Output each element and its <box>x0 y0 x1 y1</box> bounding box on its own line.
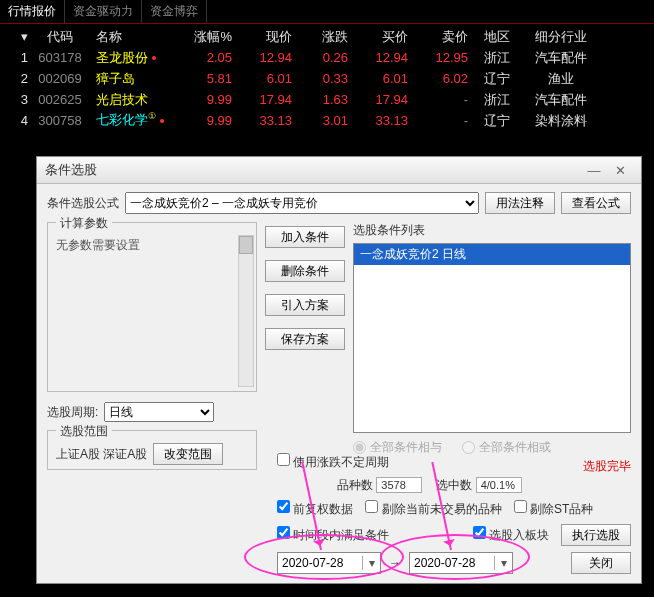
chk-forward-adjust[interactable]: 前复权数据 <box>277 500 353 518</box>
condition-listbox[interactable]: 一念成妖竞价2 日线 <box>353 243 631 433</box>
run-button[interactable]: 执行选股 <box>561 524 631 546</box>
chk-variable-period[interactable]: 使用涨跌不定周期 <box>277 453 389 471</box>
range-fieldset: 选股范围 上证A股 深证A股 改变范围 <box>47 430 257 470</box>
close-icon[interactable]: ✕ <box>607 163 633 178</box>
date-to-input[interactable] <box>410 556 494 570</box>
dialog-title: 条件选股 <box>45 161 97 179</box>
date-from-input[interactable] <box>278 556 362 570</box>
delete-condition-button[interactable]: 删除条件 <box>265 260 345 282</box>
chk-remove-st[interactable]: 剔除ST品种 <box>514 500 594 518</box>
selected-count: 4/0.1% <box>476 477 522 493</box>
view-formula-button[interactable]: 查看公式 <box>561 192 631 214</box>
calc-params-fieldset: 计算参数 无参数需要设置 <box>47 222 257 392</box>
chk-remove-nontrading[interactable]: 剔除当前未交易的品种 <box>365 500 501 518</box>
date-from-picker[interactable]: ▾ <box>277 552 381 574</box>
usage-button[interactable]: 用法注释 <box>485 192 555 214</box>
table-row[interactable]: 4300758七彩化学①9.9933.133.0133.13-辽宁染料涂料 <box>0 110 654 131</box>
change-range-button[interactable]: 改变范围 <box>153 443 223 465</box>
condition-picker-dialog: 条件选股 — ✕ 条件选股公式 一念成妖竞价2 – 一念成妖专用竞价 用法注释 … <box>36 156 642 584</box>
tab-capital-drive[interactable]: 资金驱动力 <box>65 0 142 23</box>
tab-quotes[interactable]: 行情报价 <box>0 0 65 23</box>
period-select[interactable]: 日线 <box>104 402 214 422</box>
table-row[interactable]: 1603178圣龙股份2.0512.940.2612.9412.95浙江汽车配件 <box>0 47 654 68</box>
range-text: 上证A股 深证A股 <box>56 446 147 463</box>
chk-into-block[interactable]: 选股入板块 <box>473 526 549 544</box>
save-scheme-button[interactable]: 保存方案 <box>265 328 345 350</box>
condition-item[interactable]: 一念成妖竞价2 日线 <box>354 244 630 265</box>
params-scrollbar[interactable] <box>238 235 254 387</box>
chk-time-range[interactable]: 时间段内满足条件 <box>277 526 389 544</box>
table-row[interactable]: 2002069獐子岛5.816.010.336.016.02辽宁渔业 <box>0 68 654 89</box>
close-button[interactable]: 关闭 <box>571 552 631 574</box>
condition-list-label: 选股条件列表 <box>353 223 425 237</box>
no-params-text: 无参数需要设置 <box>56 237 248 254</box>
import-scheme-button[interactable]: 引入方案 <box>265 294 345 316</box>
date-range-arrow: → <box>389 556 401 570</box>
add-condition-button[interactable]: 加入条件 <box>265 226 345 248</box>
date-to-picker[interactable]: ▾ <box>409 552 513 574</box>
stock-grid: ▾ 代码 名称 涨幅% 现价 涨跌 买价 卖价 地区 细分行业 1603178圣… <box>0 26 654 131</box>
tab-capital-game[interactable]: 资金博弈 <box>142 0 207 23</box>
grid-header: ▾ 代码 名称 涨幅% 现价 涨跌 买价 卖价 地区 细分行业 <box>0 26 654 47</box>
chevron-down-icon[interactable]: ▾ <box>362 556 380 570</box>
period-label: 选股周期: <box>47 404 98 421</box>
chevron-down-icon[interactable]: ▾ <box>494 556 512 570</box>
formula-select[interactable]: 一念成妖竞价2 – 一念成妖专用竞价 <box>125 192 479 214</box>
dialog-titlebar[interactable]: 条件选股 — ✕ <box>37 157 641 184</box>
minimize-icon[interactable]: — <box>581 163 607 178</box>
formula-label: 条件选股公式 <box>47 195 119 212</box>
table-row[interactable]: 3002625光启技术9.9917.941.6317.94-浙江汽车配件 <box>0 89 654 110</box>
kinds-count: 3578 <box>376 477 422 493</box>
